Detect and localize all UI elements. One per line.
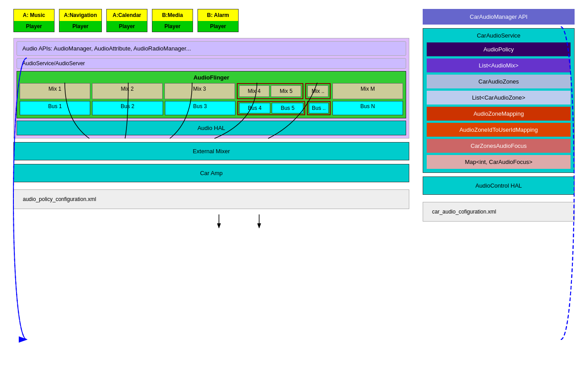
car-zones-audio-focus-box: CarZonesAudioFocus <box>427 139 571 153</box>
car-audio-service-container: CarAudioService AudioPolicy List<AudioMi… <box>423 28 575 173</box>
list-audiomix-label: List<AudioMix> <box>479 62 519 69</box>
player-label-media: Player <box>152 21 193 32</box>
list-caraudiozone-box: List<CarAudioZone> <box>427 91 571 105</box>
players-row: A: Music Player A:Navigation Player A:Ca… <box>13 9 409 32</box>
app-label-alarm: B: Alarm <box>198 9 238 21</box>
player-box-calendar: A:Calendar Player <box>106 9 147 32</box>
xml-box-left: audio_policy_configuration.xml <box>13 189 409 209</box>
bus-box-1: Bus 1 <box>20 101 90 115</box>
audio-apis-bar: Audio APIs: AudioManager, AudioAttribute… <box>17 41 406 56</box>
car-audio-manager-api-label: CarAudioManager API <box>470 13 527 20</box>
car-amp: Car Amp <box>13 164 409 182</box>
app-label-music: A: Music <box>14 9 54 21</box>
audio-control-hal-label: AudioControl HAL <box>475 182 522 189</box>
player-label-music: Player <box>14 21 54 32</box>
bus-box-n: Bus N <box>332 101 403 115</box>
bus-box-4: Bus 4 <box>239 103 271 113</box>
audioflinger-label: AudioFlinger <box>20 74 403 81</box>
purple-bg-section: Audio APIs: AudioManager, AudioAttribute… <box>13 38 409 138</box>
map-caraudiofocus-label: Map<int, CarAudioFocus> <box>465 159 532 165</box>
mix-box-4: Mix 4 <box>239 85 269 97</box>
mix-box-5: Mix 5 <box>271 85 301 97</box>
audioservice-bar: AudioService/AudioServer <box>17 58 406 69</box>
right-panel: CarAudioManager API CarAudioService Audi… <box>423 9 575 364</box>
car-audio-service-label: CarAudioService <box>427 32 571 39</box>
car-amp-label: Car Amp <box>200 170 223 176</box>
app-label-calendar: A:Calendar <box>107 9 147 21</box>
bus-box-2: Bus 2 <box>92 101 163 115</box>
app-label-navigation: A:Navigation <box>59 9 101 21</box>
zone-bus-container: Bus 4 Bus 5 <box>237 101 305 115</box>
bus-box-3: Bus 3 <box>165 101 235 115</box>
audio-zone-mapping-box: AudioZoneMapping <box>427 107 571 121</box>
player-box-media: B:Media Player <box>152 9 193 32</box>
external-mixer: External Mixer <box>13 142 409 160</box>
audio-zone-id-mapping-label: AudioZoneIdToUserIdMapping <box>459 126 538 133</box>
mix-box-m: Mix M <box>332 83 403 99</box>
car-audio-manager-api: CarAudioManager API <box>423 9 575 25</box>
player-box-music: A: Music Player <box>13 9 55 32</box>
car-audio-zones-box: CarAudioZones <box>427 75 571 88</box>
zone-bus-container-2: Bus .. <box>307 101 331 115</box>
audio-zone-id-mapping-box: AudioZoneIdToUserIdMapping <box>427 123 571 137</box>
bus-box-5: Bus 5 <box>272 103 303 113</box>
audio-apis-label: Audio APIs: AudioManager, AudioAttribute… <box>22 45 191 52</box>
list-audiomix-box: List<AudioMix> <box>427 59 571 72</box>
map-caraudiofocus-box: Map<int, CarAudioFocus> <box>427 155 571 169</box>
audio-hal-label: Audio HAL <box>197 125 225 131</box>
mix-box-2: Mix 2 <box>92 83 163 99</box>
list-caraudiozone-label: List<CarAudioZone> <box>472 94 525 101</box>
player-box-alarm: B: Alarm Player <box>197 9 239 32</box>
external-mixer-label: External Mixer <box>193 148 230 155</box>
car-zones-audio-focus-label: CarZonesAudioFocus <box>470 142 527 149</box>
xml-box-right: car_audio_cofiguration.xml <box>423 202 575 222</box>
mix-row: Mix 1 Mix 2 Mix 3 Mix 4 Mix 5 Mix .. Mix… <box>20 83 403 99</box>
player-label-calendar: Player <box>107 21 147 32</box>
audio-policy-box: AudioPolicy <box>427 42 571 56</box>
audioservice-label: AudioService/AudioServer <box>22 60 85 67</box>
xml-label-right: car_audio_cofiguration.xml <box>432 209 496 215</box>
bus-box-dots: Bus .. <box>309 103 329 113</box>
mix-box-1: Mix 1 <box>20 83 90 99</box>
bus-row: Bus 1 Bus 2 Bus 3 Bus 4 Bus 5 Bus .. Bus… <box>20 101 403 115</box>
mix-box-dots: Mix .. <box>307 85 328 97</box>
app-label-media: B:Media <box>152 9 193 21</box>
audio-control-hal: AudioControl HAL <box>423 176 575 195</box>
player-box-navigation: A:Navigation Player <box>59 9 102 32</box>
audio-hal: Audio HAL <box>17 121 406 135</box>
zone-mix-container-2: Mix .. <box>305 83 331 99</box>
zone-mix-container: Mix 4 Mix 5 <box>237 83 304 99</box>
audio-policy-label: AudioPolicy <box>483 46 514 53</box>
player-label-navigation: Player <box>59 21 101 32</box>
audioflinger-section: AudioFlinger Mix 1 Mix 2 Mix 3 Mix 4 Mix… <box>17 71 406 118</box>
xml-label-left: audio_policy_configuration.xml <box>23 196 96 202</box>
audio-zone-mapping-label: AudioZoneMapping <box>474 110 524 117</box>
mix-box-3: Mix 3 <box>164 83 235 99</box>
player-label-alarm: Player <box>198 21 238 32</box>
car-audio-zones-label: CarAudioZones <box>479 78 519 85</box>
